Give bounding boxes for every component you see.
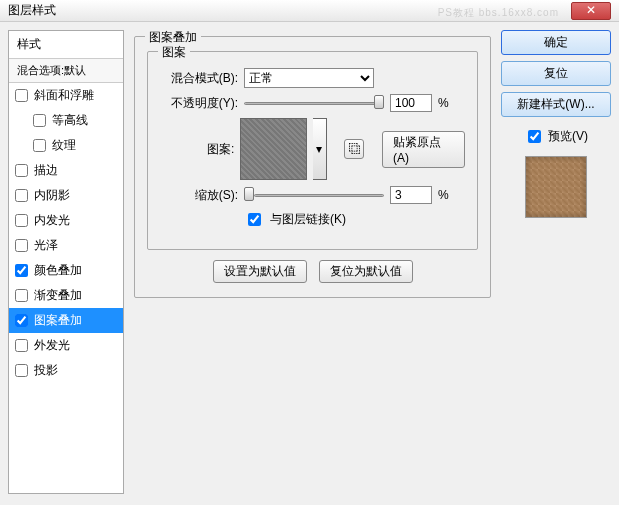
style-item-7[interactable]: 颜色叠加 xyxy=(9,258,123,283)
style-label: 外发光 xyxy=(34,337,70,354)
style-label: 颜色叠加 xyxy=(34,262,82,279)
style-checkbox[interactable] xyxy=(15,339,28,352)
style-item-2[interactable]: 纹理 xyxy=(9,133,123,158)
style-checkbox[interactable] xyxy=(15,289,28,302)
style-checkbox[interactable] xyxy=(15,164,28,177)
style-checkbox[interactable] xyxy=(15,239,28,252)
scale-input[interactable] xyxy=(390,186,432,204)
style-item-11[interactable]: 投影 xyxy=(9,358,123,383)
settings-panel: 图案叠加 图案 混合模式(B): 正常 不透明度(Y): % 图案: xyxy=(134,30,491,494)
opacity-label: 不透明度(Y): xyxy=(160,95,238,112)
style-label: 纹理 xyxy=(52,137,76,154)
style-item-3[interactable]: 描边 xyxy=(9,158,123,183)
style-label: 图案叠加 xyxy=(34,312,82,329)
cancel-button[interactable]: 复位 xyxy=(501,61,611,86)
style-item-5[interactable]: 内发光 xyxy=(9,208,123,233)
blend-mode-select[interactable]: 正常 xyxy=(244,68,374,88)
style-label: 斜面和浮雕 xyxy=(34,87,94,104)
style-checkbox[interactable] xyxy=(15,314,28,327)
style-label: 光泽 xyxy=(34,237,58,254)
pattern-swatch[interactable] xyxy=(240,118,307,180)
reset-default-button[interactable]: 复位为默认值 xyxy=(319,260,413,283)
style-checkbox[interactable] xyxy=(33,139,46,152)
styles-heading[interactable]: 样式 xyxy=(9,31,123,59)
scale-slider[interactable] xyxy=(244,187,384,203)
style-item-1[interactable]: 等高线 xyxy=(9,108,123,133)
style-item-4[interactable]: 内阴影 xyxy=(9,183,123,208)
close-button[interactable]: ✕ xyxy=(571,2,611,20)
link-layer-checkbox[interactable] xyxy=(248,213,261,226)
style-item-9[interactable]: 图案叠加 xyxy=(9,308,123,333)
dialog-content: 样式 混合选项:默认 斜面和浮雕等高线纹理描边内阴影内发光光泽颜色叠加渐变叠加图… xyxy=(0,22,619,502)
style-label: 内阴影 xyxy=(34,187,70,204)
scale-label: 缩放(S): xyxy=(160,187,238,204)
snap-origin-button[interactable]: 贴紧原点(A) xyxy=(382,131,465,168)
style-item-6[interactable]: 光泽 xyxy=(9,233,123,258)
pattern-label: 图案: xyxy=(160,141,234,158)
preview-checkbox[interactable] xyxy=(528,130,541,143)
style-label: 渐变叠加 xyxy=(34,287,82,304)
style-label: 描边 xyxy=(34,162,58,179)
ok-button[interactable]: 确定 xyxy=(501,30,611,55)
watermark: PS教程 bbs.16xx8.com xyxy=(438,6,559,20)
style-checkbox[interactable] xyxy=(15,89,28,102)
style-label: 内发光 xyxy=(34,212,70,229)
window-title: 图层样式 xyxy=(8,2,56,19)
inner-title: 图案 xyxy=(158,44,190,61)
style-label: 投影 xyxy=(34,362,58,379)
styles-list: 样式 混合选项:默认 斜面和浮雕等高线纹理描边内阴影内发光光泽颜色叠加渐变叠加图… xyxy=(8,30,124,494)
right-buttons: 确定 复位 新建样式(W)... 预览(V) xyxy=(501,30,611,494)
blend-options-heading[interactable]: 混合选项:默认 xyxy=(9,59,123,83)
preview-swatch xyxy=(525,156,587,218)
blend-mode-label: 混合模式(B): xyxy=(160,70,238,87)
new-style-button[interactable]: 新建样式(W)... xyxy=(501,92,611,117)
style-checkbox[interactable] xyxy=(15,364,28,377)
style-label: 等高线 xyxy=(52,112,88,129)
style-checkbox[interactable] xyxy=(15,264,28,277)
percent-sign: % xyxy=(438,96,449,110)
new-pattern-icon[interactable]: ⿻ xyxy=(344,139,364,159)
style-checkbox[interactable] xyxy=(15,214,28,227)
opacity-slider[interactable] xyxy=(244,95,384,111)
link-layer-label: 与图层链接(K) xyxy=(270,211,346,228)
percent-sign-2: % xyxy=(438,188,449,202)
opacity-input[interactable] xyxy=(390,94,432,112)
pattern-dropdown[interactable]: ▾ xyxy=(313,118,326,180)
preview-label: 预览(V) xyxy=(548,128,588,145)
style-item-10[interactable]: 外发光 xyxy=(9,333,123,358)
style-item-0[interactable]: 斜面和浮雕 xyxy=(9,83,123,108)
style-checkbox[interactable] xyxy=(15,189,28,202)
set-default-button[interactable]: 设置为默认值 xyxy=(213,260,307,283)
style-checkbox[interactable] xyxy=(33,114,46,127)
titlebar: 图层样式 PS教程 bbs.16xx8.com ✕ xyxy=(0,0,619,22)
style-item-8[interactable]: 渐变叠加 xyxy=(9,283,123,308)
